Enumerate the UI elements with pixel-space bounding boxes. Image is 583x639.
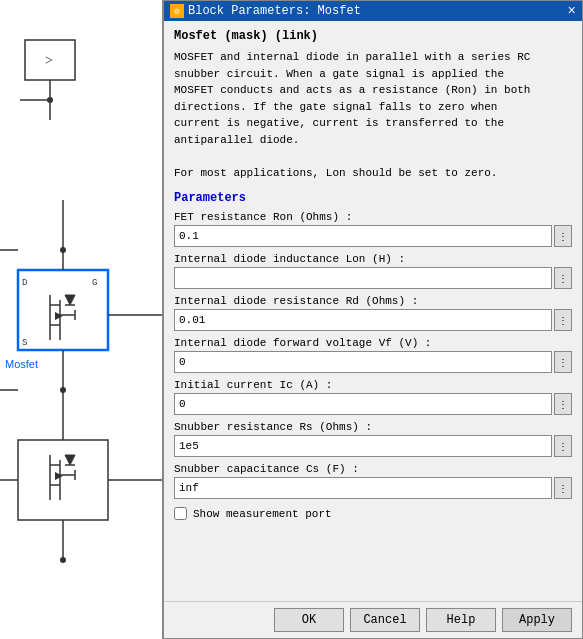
dialog-description: MOSFET and internal diode in parallel wi… [174,49,572,181]
param-lon: Internal diode inductance Lon (H) : ⋮ [174,253,572,289]
ic-label: Initial current Ic (A) : [174,379,572,391]
lon-menu-btn[interactable]: ⋮ [554,267,572,289]
dialog-icon: ⚙ [170,4,184,18]
ron-row: ⋮ [174,225,572,247]
rd-label: Internal diode resistance Rd (Ohms) : [174,295,572,307]
rs-input[interactable] [174,435,552,457]
block-parameters-dialog: ⚙ Block Parameters: Mosfet × Mosfet (mas… [163,0,583,639]
svg-text:>: > [45,53,53,68]
ron-input[interactable] [174,225,552,247]
help-button[interactable]: Help [426,608,496,632]
desc-line4: directions. If the gate signal falls to … [174,101,497,113]
cs-row: ⋮ [174,477,572,499]
measurement-port-row: Show measurement port [174,507,572,520]
svg-text:G: G [92,278,97,288]
svg-text:S: S [22,338,27,348]
ic-row: ⋮ [174,393,572,415]
dialog-subtitle: Mosfet (mask) (link) [174,29,572,43]
apply-button[interactable]: Apply [502,608,572,632]
parameters-section-label: Parameters [174,191,572,205]
checkbox-label: Show measurement port [193,508,332,520]
lon-label: Internal diode inductance Lon (H) : [174,253,572,265]
param-rs: Snubber resistance Rs (Ohms) : ⋮ [174,421,572,457]
desc-line6: antiparallel diode. [174,134,299,146]
diagram-panel: > D G S Mosfet [0,0,163,639]
param-rd: Internal diode resistance Rd (Ohms) : ⋮ [174,295,572,331]
desc-line1: MOSFET and internal diode in parallel wi… [174,51,530,63]
simulink-diagram: > D G S Mosfet [0,0,163,639]
lon-row: ⋮ [174,267,572,289]
show-measurement-checkbox[interactable] [174,507,187,520]
vf-input[interactable] [174,351,552,373]
cs-menu-btn[interactable]: ⋮ [554,477,572,499]
cs-label: Snubber capacitance Cs (F) : [174,463,572,475]
svg-rect-29 [18,440,108,520]
cs-input[interactable] [174,477,552,499]
ic-input[interactable] [174,393,552,415]
desc-line2: snubber circuit. When a gate signal is a… [174,68,504,80]
cancel-button[interactable]: Cancel [350,608,420,632]
lon-input[interactable] [174,267,552,289]
rs-row: ⋮ [174,435,572,457]
vf-row: ⋮ [174,351,572,373]
rd-menu-btn[interactable]: ⋮ [554,309,572,331]
close-button[interactable]: × [568,4,576,18]
svg-point-41 [60,557,66,563]
desc-line5: current is negative, current is transfer… [174,117,504,129]
svg-text:Mosfet: Mosfet [5,358,38,370]
ron-menu-btn[interactable]: ⋮ [554,225,572,247]
param-ron: FET resistance Ron (Ohms) : ⋮ [174,211,572,247]
rs-label: Snubber resistance Rs (Ohms) : [174,421,572,433]
rd-row: ⋮ [174,309,572,331]
param-vf: Internal diode forward voltage Vf (V) : … [174,337,572,373]
vf-label: Internal diode forward voltage Vf (V) : [174,337,572,349]
ok-button[interactable]: OK [274,608,344,632]
dialog-footer: OK Cancel Help Apply [164,601,582,638]
dialog-body: Mosfet (mask) (link) MOSFET and internal… [164,21,582,601]
rs-menu-btn[interactable]: ⋮ [554,435,572,457]
svg-text:D: D [22,278,27,288]
desc-line3: MOSFET conducts and acts as a resistance… [174,84,530,96]
param-cs: Snubber capacitance Cs (F) : ⋮ [174,463,572,499]
vf-menu-btn[interactable]: ⋮ [554,351,572,373]
rd-input[interactable] [174,309,552,331]
dialog-titlebar: ⚙ Block Parameters: Mosfet × [164,1,582,21]
dialog-title: Block Parameters: Mosfet [188,4,361,18]
param-ic: Initial current Ic (A) : ⋮ [174,379,572,415]
ron-label: FET resistance Ron (Ohms) : [174,211,572,223]
ic-menu-btn[interactable]: ⋮ [554,393,572,415]
desc-line8: For most applications, Lon should be set… [174,167,497,179]
titlebar-left: ⚙ Block Parameters: Mosfet [170,4,361,18]
